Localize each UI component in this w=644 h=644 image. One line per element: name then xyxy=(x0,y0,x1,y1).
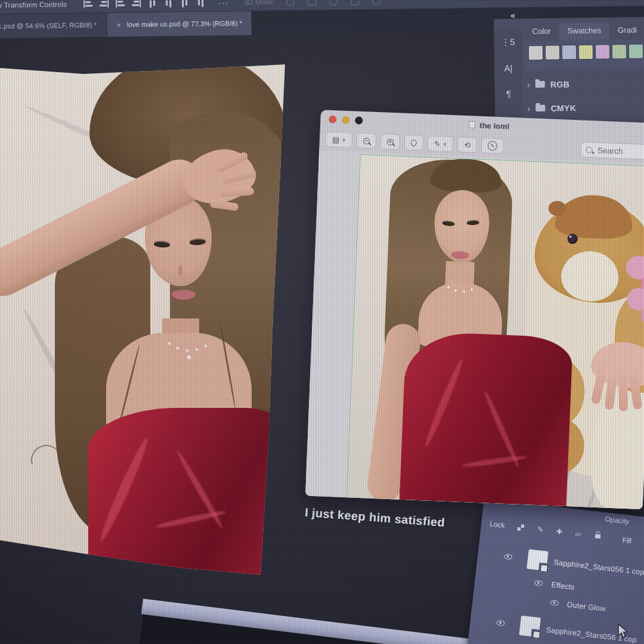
align-left-icon[interactable] xyxy=(83,0,92,8)
canvas-photo-left xyxy=(0,63,287,578)
color-swatch[interactable] xyxy=(629,45,643,58)
color-swatch[interactable] xyxy=(546,45,559,59)
preview-window: the loml ▤ ∨ − + ✎ ∨ ⟲ xyxy=(305,110,644,509)
character-panel-icon[interactable]: A| xyxy=(504,63,512,73)
distribute-v-icon[interactable] xyxy=(197,0,205,7)
search-field[interactable] xyxy=(580,142,644,160)
tab-close-icon[interactable]: × xyxy=(116,20,121,29)
align-bottom-icon[interactable] xyxy=(181,0,188,7)
lock-row: Lock ✎ ✚ ▱ xyxy=(489,519,600,540)
preview-content xyxy=(305,150,644,509)
red-velvet-dress xyxy=(400,331,573,509)
tab-swatches[interactable]: Swatches xyxy=(559,22,609,41)
layer-name[interactable]: Sapphire2_Stars056 1 cop xyxy=(553,558,644,577)
zoom-in-button[interactable]: + xyxy=(380,134,400,150)
markup-circle-icon: ✎ xyxy=(488,141,498,151)
swatch-group-rgb-label: RGB xyxy=(550,79,569,89)
document-proxy-icon xyxy=(469,121,475,128)
zoom-out-icon: − xyxy=(363,137,370,144)
tab-color[interactable]: Color xyxy=(524,23,559,41)
layers-panel: Opacity Lock ✎ ✚ ▱ Fill Sapphire2_Stars0… xyxy=(462,499,644,644)
preview-photo xyxy=(347,155,644,509)
pen-icon: ✎ xyxy=(434,139,440,148)
folder-icon xyxy=(536,105,546,112)
visibility-eye-icon[interactable] xyxy=(504,553,513,560)
panel-tabs: Color Swatches Gradi xyxy=(524,21,644,41)
3d-pan-icon[interactable] xyxy=(329,0,338,5)
swatch-group-cmyk-label: CMYK xyxy=(550,103,576,113)
tab-doc-2[interactable]: × love make us.psd @ 77.3% (RGB/8) * xyxy=(107,11,252,37)
lock-artboard-icon[interactable]: ▱ xyxy=(575,530,581,538)
sidebar-icon: ▤ xyxy=(332,135,340,144)
color-swatch[interactable] xyxy=(562,45,576,59)
rotate-icon: ⟲ xyxy=(464,140,470,149)
fill-label: Fill xyxy=(622,536,632,546)
swatches-row xyxy=(524,39,644,70)
visibility-eye-icon[interactable] xyxy=(496,620,505,627)
zoom-out-button[interactable]: − xyxy=(356,132,376,148)
3d-orbit-icon[interactable] xyxy=(286,0,295,6)
swatch-group-cmyk[interactable]: › CMYK xyxy=(527,103,576,113)
paragraph-panel-icon[interactable]: ¶ xyxy=(506,89,511,99)
search-icon xyxy=(586,146,592,153)
lock-all-icon[interactable] xyxy=(595,534,600,538)
color-swatch[interactable] xyxy=(579,45,593,59)
chevron-down-icon: ∨ xyxy=(342,137,346,143)
3d-zoom-icon[interactable] xyxy=(372,0,380,5)
align-top-icon[interactable] xyxy=(148,0,156,8)
chevron-down-icon: ∨ xyxy=(442,141,447,147)
color-swatch[interactable] xyxy=(529,46,543,60)
zoom-in-icon: + xyxy=(387,138,394,145)
outer-glow-label[interactable]: Outer Glow xyxy=(566,600,606,613)
align-right-icon[interactable] xyxy=(116,0,125,8)
effects-label[interactable]: Effects xyxy=(551,581,575,592)
layer-thumbnail[interactable] xyxy=(519,615,541,637)
3d-slide-icon[interactable] xyxy=(351,0,359,5)
color-swatch[interactable] xyxy=(612,45,626,58)
distribute-h-icon[interactable] xyxy=(132,0,141,7)
visibility-eye-icon[interactable] xyxy=(550,600,559,606)
tab-doc-1[interactable]: -1.psd @ 54.6% (SELF, RGB/8) * xyxy=(0,13,107,38)
folder-icon xyxy=(535,81,545,88)
search-input[interactable] xyxy=(596,145,644,157)
transform-controls-checkbox-label[interactable]: w Transform Controls xyxy=(0,0,67,9)
highlight-droplet-icon xyxy=(410,138,418,147)
tab-doc-2-title: love make us.psd @ 77.3% (RGB/8) * xyxy=(127,20,242,28)
align-buttons xyxy=(83,0,205,8)
disclosure-icon[interactable]: › xyxy=(527,103,531,113)
lock-transparency-icon[interactable] xyxy=(518,524,525,531)
sidebar-view-button[interactable]: ▤ ∨ xyxy=(326,131,353,148)
markup-pen-button[interactable]: ✎ ∨ xyxy=(427,135,454,152)
rotate-button[interactable]: ⟲ xyxy=(457,137,478,153)
markup-toolbar-button[interactable]: ✎ xyxy=(481,138,504,154)
opacity-label: Opacity xyxy=(605,515,630,526)
lock-label: Lock xyxy=(489,519,505,530)
align-center-h-icon[interactable] xyxy=(100,0,109,8)
align-middle-v-icon[interactable] xyxy=(165,0,172,8)
3d-roll-icon[interactable] xyxy=(308,0,316,5)
highlight-button[interactable] xyxy=(404,135,423,151)
collapse-panels-icon[interactable]: « xyxy=(510,11,515,20)
lock-position-icon[interactable]: ✚ xyxy=(556,527,563,536)
layer-thumbnail[interactable] xyxy=(527,549,549,571)
glyphs-panel-icon[interactable]: ⋮5 xyxy=(501,37,515,48)
disclosure-icon[interactable]: › xyxy=(527,79,531,89)
visibility-eye-icon[interactable] xyxy=(534,580,543,587)
mouse-cursor xyxy=(617,624,630,639)
tab-gradients[interactable]: Gradi xyxy=(609,21,644,40)
photoshop-screen: w Transform Controls ··· 3D Mode -1.psd … xyxy=(0,0,644,644)
swatch-group-rgb[interactable]: › RGB xyxy=(527,79,570,89)
3d-mode-label: 3D Mode xyxy=(244,0,273,6)
tab-doc-1-title: -1.psd @ 54.6% (SELF, RGB/8) * xyxy=(0,21,97,30)
more-align-options-icon[interactable]: ··· xyxy=(218,0,228,7)
color-swatch[interactable] xyxy=(596,45,609,58)
lock-paint-icon[interactable]: ✎ xyxy=(537,525,544,534)
